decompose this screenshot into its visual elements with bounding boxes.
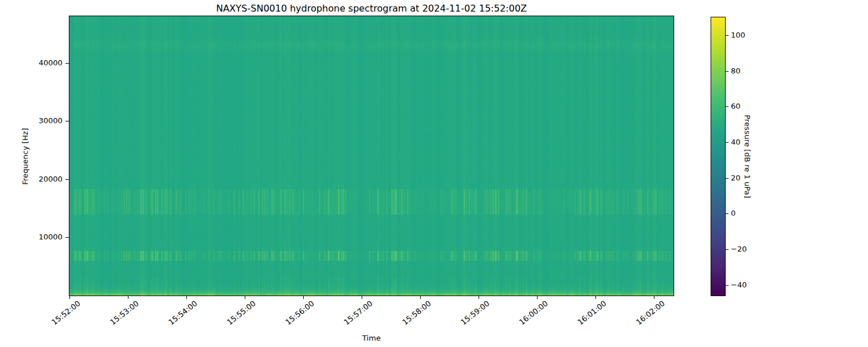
colorbar-tick-label: 60: [731, 102, 741, 111]
colorbar-gradient: [711, 17, 725, 296]
colorbar-tick-label: 20: [731, 174, 741, 183]
x-tick-label: 15:59:00: [459, 299, 491, 327]
spectrogram-heatmap: [69, 16, 674, 296]
x-tick-mark: [245, 296, 245, 299]
colorbar-tick-mark: [726, 285, 729, 286]
x-tick-mark: [303, 296, 304, 299]
x-tick-label: 15:54:00: [167, 299, 198, 327]
x-tick-label: 15:52:00: [50, 299, 82, 327]
y-tick-label: 40000: [0, 58, 62, 68]
y-tick-mark: [65, 179, 69, 180]
x-tick-label: 16:01:00: [576, 299, 608, 327]
y-tick-mark: [65, 63, 69, 64]
y-tick-mark: [65, 121, 69, 121]
colorbar-tick-mark: [726, 71, 729, 72]
x-tick-label: 15:53:00: [108, 299, 140, 327]
x-tick-label: 15:55:00: [225, 299, 257, 327]
x-tick-mark: [595, 296, 596, 299]
colorbar-label: Pressure [dB re 1 uPa]: [742, 17, 752, 296]
x-tick-mark: [362, 296, 362, 299]
x-tick-label: 15:56:00: [284, 299, 315, 327]
x-tick-mark: [479, 296, 479, 299]
y-tick-label: 10000: [0, 232, 62, 242]
x-tick-mark: [654, 296, 654, 299]
x-tick-mark: [420, 296, 421, 299]
colorbar-tick-mark: [726, 249, 729, 250]
colorbar-tick-label: 40: [731, 138, 741, 147]
spectrogram-figure: NAXYS-SN0010 hydrophone spectrogram at 2…: [0, 0, 868, 347]
x-tick-mark: [128, 296, 128, 299]
x-tick-mark: [537, 296, 538, 299]
colorbar-tick-label: 0: [731, 209, 735, 218]
x-tick-mark: [186, 296, 187, 299]
plot-area: [69, 16, 674, 296]
colorbar-tick-label: 80: [731, 67, 741, 76]
plot-title: NAXYS-SN0010 hydrophone spectrogram at 2…: [69, 3, 674, 14]
colorbar-tick-mark: [726, 142, 729, 143]
y-tick-mark: [65, 237, 69, 238]
colorbar: [711, 17, 726, 296]
x-tick-label: 15:58:00: [400, 299, 432, 327]
x-tick-label: 15:57:00: [342, 299, 374, 327]
x-tick-mark: [69, 296, 70, 299]
y-tick-label: 20000: [0, 175, 62, 184]
x-tick-label: 16:02:00: [634, 299, 666, 327]
colorbar-tick-mark: [726, 213, 729, 214]
y-tick-label: 30000: [0, 116, 62, 125]
x-axis-label: Time: [69, 334, 674, 342]
x-tick-label: 16:00:00: [517, 299, 549, 327]
colorbar-tick-mark: [726, 106, 729, 107]
colorbar-tick-mark: [726, 178, 729, 179]
colorbar-tick-mark: [726, 35, 729, 36]
